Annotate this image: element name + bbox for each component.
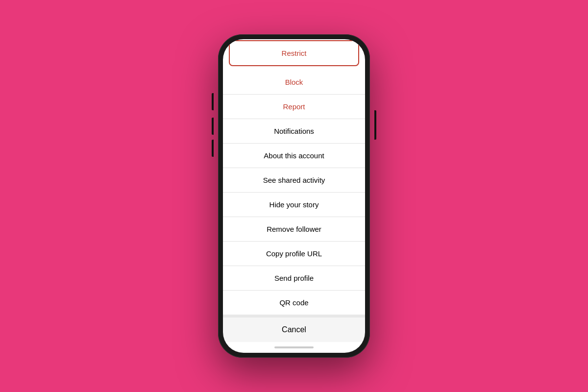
action-item-copy-url[interactable]: Copy profile URL — [223, 242, 365, 266]
action-sheet: Restrict Block Report Notifications Abou… — [223, 39, 365, 353]
cancel-button[interactable]: Cancel — [223, 315, 365, 342]
action-item-remove-follower[interactable]: Remove follower — [223, 217, 365, 242]
home-bar — [274, 346, 314, 348]
action-item-send-profile[interactable]: Send profile — [223, 266, 365, 291]
action-item-report[interactable]: Report — [223, 95, 365, 119]
action-item-block[interactable]: Block — [223, 70, 365, 95]
action-item-restrict[interactable]: Restrict — [229, 40, 359, 66]
phone-frame: 18:17 ▌▌▌ ▾ ▮ ‹ vamp ✈ ··· — [218, 34, 370, 358]
home-indicator — [223, 342, 365, 353]
action-item-notifications[interactable]: Notifications — [223, 119, 365, 144]
action-item-hide-story[interactable]: Hide your story — [223, 193, 365, 217]
action-item-shared-activity[interactable]: See shared activity — [223, 168, 365, 193]
action-item-about[interactable]: About this account — [223, 144, 365, 168]
action-sheet-menu: Restrict Block Report Notifications Abou… — [223, 39, 365, 315]
action-item-qr-code[interactable]: QR code — [223, 291, 365, 315]
